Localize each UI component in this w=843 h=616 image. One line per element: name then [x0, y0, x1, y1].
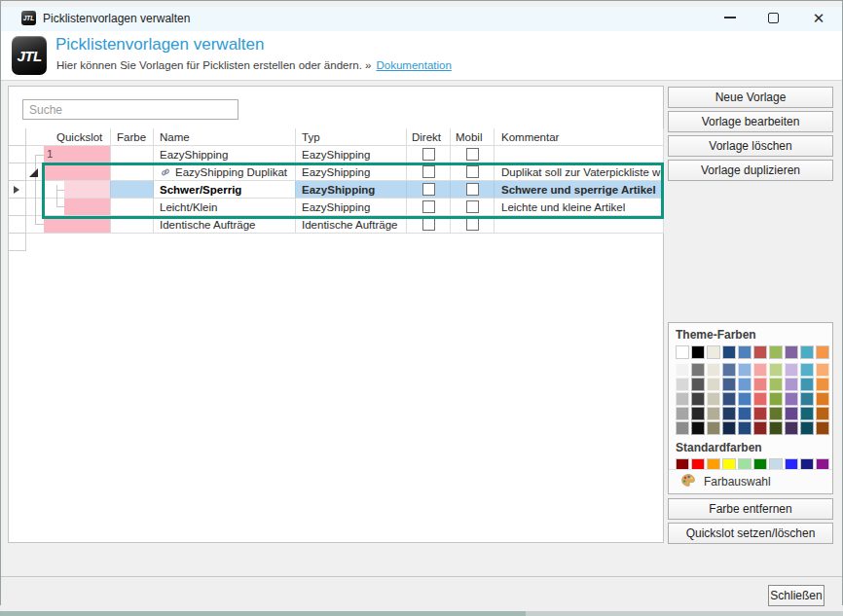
farbe-cell[interactable]	[111, 181, 154, 199]
minimize-button[interactable]	[717, 8, 743, 27]
kommentar-cell[interactable]: Schwere und sperrige Artikel	[495, 181, 664, 199]
dialog-close-button[interactable]: Schließen	[768, 585, 825, 606]
color-swatch[interactable]	[722, 392, 736, 406]
farbe-cell[interactable]	[111, 199, 154, 216]
color-swatch[interactable]	[707, 378, 720, 391]
kommentar-cell[interactable]	[495, 216, 664, 234]
color-swatch[interactable]	[691, 378, 705, 391]
color-swatch[interactable]	[816, 407, 829, 420]
documentation-link[interactable]: Dokumentation	[376, 59, 451, 71]
close-button[interactable]: ✕	[806, 8, 831, 27]
table-row[interactable]: EazyShipping Duplikat EazyShipping Dupli…	[9, 163, 664, 181]
color-swatch[interactable]	[738, 421, 751, 435]
name-cell[interactable]: Schwer/Sperrig	[154, 181, 296, 199]
color-swatch[interactable]	[769, 421, 783, 435]
color-swatch[interactable]	[691, 345, 705, 359]
color-swatch[interactable]	[800, 378, 814, 391]
typ-cell[interactable]: EazyShipping	[296, 199, 407, 216]
mobil-checkbox[interactable]	[466, 148, 479, 161]
direkt-cell[interactable]	[407, 181, 451, 199]
row-selector-header[interactable]	[9, 128, 26, 146]
color-swatch[interactable]	[816, 345, 829, 359]
table-row-selected[interactable]: Schwer/Sperrig EazyShipping Schwere und …	[9, 181, 664, 199]
direkt-cell[interactable]	[407, 199, 451, 216]
mobil-cell[interactable]	[451, 181, 495, 199]
typ-cell[interactable]: EazyShipping	[296, 163, 407, 181]
typ-cell[interactable]: EazyShipping	[296, 181, 407, 199]
remove-color-button[interactable]: Farbe entfernen	[668, 498, 833, 520]
delete-template-button[interactable]: Vorlage löschen	[668, 135, 833, 157]
color-swatch[interactable]	[816, 363, 829, 377]
table-row[interactable]: 1 EazyShipping EazyShipping	[9, 146, 664, 163]
kommentar-cell[interactable]: Duplikat soll zur Vaterpickliste we...	[495, 163, 664, 181]
mobil-checkbox[interactable]	[466, 165, 479, 178]
kommentar-cell[interactable]: Leichte und kleine Artikel	[495, 199, 664, 216]
column-header-mobil[interactable]: Mobil	[451, 128, 495, 146]
color-swatch[interactable]	[785, 421, 798, 435]
mobil-checkbox[interactable]	[466, 183, 479, 196]
mobil-cell[interactable]	[451, 163, 495, 181]
farbe-cell[interactable]	[111, 216, 154, 234]
row-selector[interactable]	[9, 163, 26, 181]
direkt-checkbox[interactable]	[422, 165, 435, 178]
color-swatch[interactable]	[753, 421, 767, 435]
mobil-cell[interactable]	[451, 199, 495, 216]
column-header-quickslot[interactable]: Quickslot	[26, 128, 111, 146]
quickslot-set-button[interactable]: Quickslot setzen/löschen	[668, 523, 833, 544]
mobil-checkbox[interactable]	[466, 200, 479, 213]
color-swatch[interactable]	[738, 363, 751, 377]
direkt-checkbox[interactable]	[422, 218, 435, 231]
new-template-button[interactable]: Neue Vorlage	[668, 87, 833, 108]
color-swatch[interactable]	[676, 392, 689, 406]
color-swatch[interactable]	[769, 378, 783, 391]
duplicate-template-button[interactable]: Vorlage duplizieren	[668, 160, 833, 181]
color-swatch[interactable]	[722, 363, 736, 377]
tree-expander-icon[interactable]	[29, 168, 38, 177]
color-swatch[interactable]	[785, 345, 798, 359]
color-swatch[interactable]	[676, 363, 689, 377]
color-swatch[interactable]	[691, 392, 705, 406]
column-header-name[interactable]: Name	[154, 128, 296, 146]
color-swatch[interactable]	[753, 378, 767, 391]
color-swatch[interactable]	[722, 378, 736, 391]
name-cell[interactable]: EazyShipping Duplikat	[154, 163, 296, 181]
maximize-button[interactable]	[760, 8, 786, 27]
direkt-checkbox[interactable]	[422, 148, 435, 161]
kommentar-cell[interactable]	[495, 146, 664, 163]
color-swatch[interactable]	[785, 392, 798, 406]
farbe-cell[interactable]	[111, 146, 154, 163]
row-selector[interactable]	[9, 216, 26, 234]
color-swatch[interactable]	[707, 421, 720, 435]
column-header-kommentar[interactable]: Kommentar	[495, 128, 664, 146]
farbe-cell[interactable]	[111, 163, 154, 181]
color-swatch[interactable]	[738, 392, 751, 406]
mobil-checkbox[interactable]	[466, 218, 479, 231]
color-swatch[interactable]	[800, 421, 814, 435]
color-swatch[interactable]	[800, 363, 814, 377]
color-swatch[interactable]	[769, 392, 783, 406]
edit-template-button[interactable]: Vorlage bearbeiten	[668, 111, 833, 132]
table-row[interactable]: Identische Aufträge Identische Aufträge	[9, 216, 664, 234]
row-selector[interactable]	[9, 199, 26, 216]
color-swatch[interactable]	[785, 378, 798, 391]
quickslot-cell[interactable]	[26, 216, 111, 234]
color-swatch[interactable]	[753, 407, 767, 420]
color-swatch[interactable]	[722, 421, 736, 435]
color-swatch[interactable]	[800, 407, 814, 420]
color-swatch[interactable]	[769, 363, 783, 377]
color-swatch[interactable]	[816, 392, 829, 406]
color-swatch[interactable]	[676, 378, 689, 391]
color-swatch[interactable]	[800, 345, 814, 359]
quickslot-cell[interactable]	[26, 181, 111, 199]
direkt-cell[interactable]	[407, 163, 451, 181]
name-cell[interactable]: Leicht/Klein	[154, 199, 296, 216]
color-swatch[interactable]	[816, 421, 829, 435]
color-swatch[interactable]	[691, 363, 705, 377]
color-swatch[interactable]	[785, 363, 798, 377]
search-input[interactable]	[22, 99, 238, 120]
color-swatch[interactable]	[816, 378, 829, 391]
quickslot-cell[interactable]	[26, 163, 111, 181]
mobil-cell[interactable]	[451, 216, 495, 234]
color-swatch[interactable]	[707, 407, 720, 420]
color-swatch[interactable]	[676, 407, 689, 420]
